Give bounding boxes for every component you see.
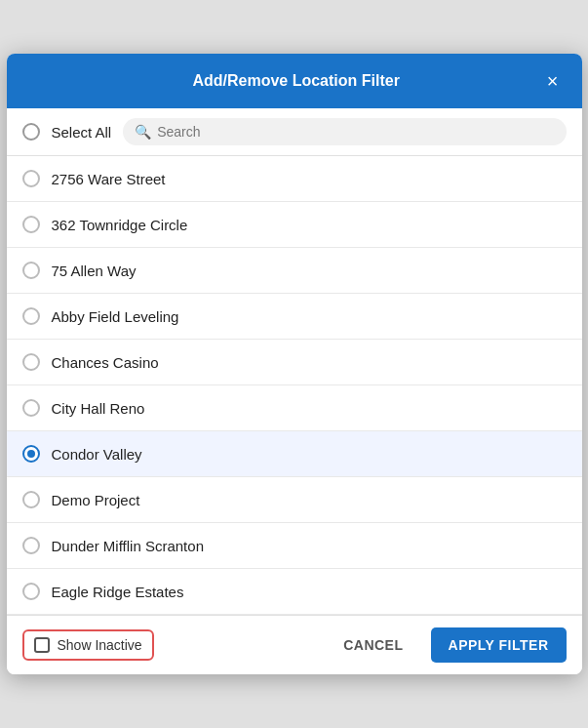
list-item[interactable]: Eagle Ridge Estates [7, 569, 582, 615]
list-item[interactable]: 75 Allen Way [7, 248, 582, 294]
list-item[interactable]: 362 Townridge Circle [7, 202, 582, 248]
list-item-text: Abby Field Leveling [52, 308, 179, 325]
list-item[interactable]: Dunder Mifflin Scranton [7, 523, 582, 569]
modal-toolbar: Select All 🔍 [7, 108, 582, 156]
search-input[interactable] [157, 124, 554, 140]
list-item-text: Eagle Ridge Estates [52, 584, 184, 600]
list-item-radio[interactable] [22, 537, 40, 554]
list-item-text: 362 Townridge Circle [52, 217, 188, 233]
list-item-text: Condor Valley [52, 446, 142, 463]
show-inactive-label: Show Inactive [58, 637, 142, 653]
list-item-radio[interactable] [22, 445, 40, 463]
list-item-text: Dunder Mifflin Scranton [52, 538, 204, 554]
list-item[interactable]: Demo Project [7, 477, 582, 523]
list-item-radio[interactable] [22, 307, 40, 325]
list-item[interactable]: Abby Field Leveling [7, 294, 582, 340]
footer-actions: CANCEL APPLY FILTER [328, 627, 566, 663]
modal-header: Add/Remove Location Filter × [7, 54, 582, 108]
list-item[interactable]: Condor Valley [7, 431, 582, 477]
list-item-text: Chances Casino [52, 354, 159, 371]
modal-dialog: Add/Remove Location Filter × Select All … [7, 54, 582, 674]
modal-title: Add/Remove Location Filter [50, 72, 543, 90]
modal-footer: Show Inactive CANCEL APPLY FILTER [7, 615, 582, 674]
list-item-radio[interactable] [22, 491, 40, 508]
list-item-radio[interactable] [22, 170, 40, 187]
select-all-radio[interactable] [22, 123, 40, 141]
list-item-text: Demo Project [52, 492, 140, 508]
location-list: 2756 Ware Street362 Townridge Circle75 A… [7, 156, 582, 615]
search-icon: 🔍 [135, 124, 151, 140]
cancel-button[interactable]: CANCEL [328, 627, 418, 663]
list-item-radio[interactable] [22, 399, 40, 417]
list-item-text: 75 Allen Way [52, 263, 137, 279]
show-inactive-wrapper[interactable]: Show Inactive [22, 629, 154, 661]
select-all-label[interactable]: Select All [52, 124, 112, 141]
list-item[interactable]: Chances Casino [7, 340, 582, 385]
list-item-text: 2756 Ware Street [52, 171, 166, 187]
close-button[interactable]: × [543, 69, 563, 93]
show-inactive-checkbox[interactable] [34, 637, 50, 653]
list-item-text: City Hall Reno [52, 400, 145, 417]
list-item-radio[interactable] [22, 353, 40, 371]
list-item-radio[interactable] [22, 262, 40, 279]
modal-overlay: Add/Remove Location Filter × Select All … [0, 0, 588, 728]
list-item-radio[interactable] [22, 583, 40, 600]
list-item-radio[interactable] [22, 216, 40, 233]
search-wrapper: 🔍 [123, 118, 566, 145]
list-item[interactable]: City Hall Reno [7, 385, 582, 431]
apply-filter-button[interactable]: APPLY FILTER [431, 627, 567, 663]
list-item[interactable]: 2756 Ware Street [7, 156, 582, 202]
